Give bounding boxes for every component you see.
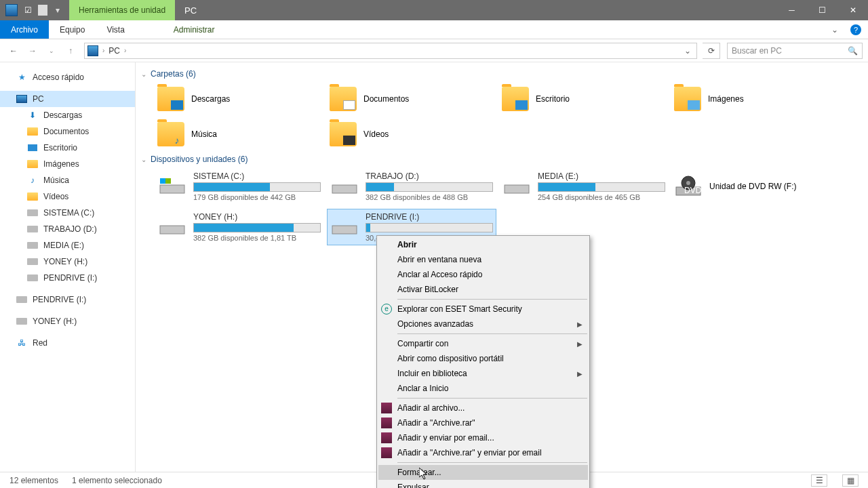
folder-icon — [330, 122, 357, 146]
folder-images[interactable]: Imágenes — [671, 83, 841, 115]
tab-view[interactable]: Vista — [96, 20, 135, 39]
sidebar-drive-trabajo[interactable]: TRABAJO (D:) — [0, 221, 135, 237]
section-drives-header[interactable]: ⌄ Dispositivos y unidades (6) — [141, 150, 863, 168]
section-folders-header[interactable]: ⌄ Carpetas (6) — [141, 65, 863, 83]
view-details-button[interactable]: ☰ — [811, 474, 827, 487]
document-icon — [27, 126, 38, 137]
ribbon-collapse-icon[interactable]: ⌄ — [826, 20, 844, 39]
ctx-format[interactable]: Formatear... — [378, 465, 588, 480]
tab-file[interactable]: Archivo — [0, 20, 49, 39]
ctx-bitlocker[interactable]: Activar BitLocker — [378, 282, 588, 297]
drive-icon — [27, 240, 38, 251]
close-button[interactable]: ✕ — [837, 0, 868, 20]
drive-icon — [16, 294, 27, 305]
folder-icon — [502, 87, 529, 111]
help-icon[interactable]: ? — [844, 20, 868, 39]
ctx-open-new-window[interactable]: Abrir en ventana nueva — [378, 252, 588, 267]
ctx-advanced-options[interactable]: Opciones avanzadas▶ — [378, 317, 588, 331]
drive-icon — [27, 256, 38, 267]
nav-recent-dropdown[interactable]: ⌄ — [43, 43, 60, 59]
drive-tools-tab[interactable]: Herramientas de unidad — [69, 0, 175, 20]
ctx-open-portable[interactable]: Abrir como dispositivo portátil — [378, 351, 588, 366]
drive-dvd[interactable]: DVD Unidad de DVD RW (F:) — [671, 168, 841, 205]
ctx-eject[interactable]: Expulsar — [378, 480, 588, 488]
folder-downloads[interactable]: Descargas — [155, 83, 324, 115]
drive-hdd-icon — [158, 171, 186, 200]
drive-media[interactable]: MEDIA (E:)254 GB disponibles de 465 GB — [499, 168, 669, 205]
svg-rect-4 — [505, 185, 529, 193]
qat-properties-icon[interactable]: ☑ — [22, 4, 34, 16]
view-icons-button[interactable]: ▦ — [842, 474, 859, 487]
sidebar-music[interactable]: ♪Música — [0, 172, 135, 188]
ctx-share-with[interactable]: Compartir con▶ — [378, 336, 588, 351]
ctx-separator — [397, 333, 587, 334]
drive-hdd-icon — [158, 212, 186, 241]
sidebar-drive-media[interactable]: MEDIA (E:) — [0, 237, 135, 253]
maximize-button[interactable]: ☐ — [807, 0, 837, 20]
navigation-bar: ← → ⌄ ↑ › PC › ⌄ ⟳ Buscar en PC 🔍 — [0, 39, 868, 62]
ctx-add-email[interactable]: Añadir y enviar por email... — [378, 430, 588, 445]
context-menu: Abrir Abrir en ventana nueva Anclar al A… — [376, 235, 590, 488]
chevron-down-icon: ⌄ — [141, 70, 146, 78]
drive-icon — [27, 224, 38, 235]
dvd-label: Unidad de DVD RW (F:) — [709, 182, 796, 191]
eset-icon: e — [381, 304, 392, 314]
sidebar-drive-pendrive[interactable]: PENDRIVE (I:) — [0, 270, 135, 286]
ribbon-tabs: Archivo Equipo Vista Administrar ⌄ ? — [0, 20, 868, 39]
sidebar-desktop[interactable]: Escritorio — [0, 140, 135, 156]
network-icon: 🖧 — [16, 338, 27, 348]
music-icon: ♪ — [27, 175, 38, 186]
folder-icon: ♪ — [157, 122, 184, 146]
folder-music[interactable]: ♪Música — [155, 118, 324, 150]
qat-dropdown-icon[interactable]: ▾ — [52, 4, 64, 16]
sidebar-pc[interactable]: PC — [0, 91, 135, 107]
tab-manage[interactable]: Administrar — [163, 20, 226, 39]
sidebar-network[interactable]: 🖧Red — [0, 335, 135, 351]
folder-documents[interactable]: Documentos — [327, 83, 496, 115]
drive-sistema[interactable]: SISTEMA (C:)179 GB disponibles de 442 GB — [155, 168, 324, 205]
star-icon: ★ — [16, 72, 27, 83]
sidebar-videos[interactable]: Vídeos — [0, 188, 135, 205]
nav-up-button[interactable]: ↑ — [62, 43, 79, 59]
ctx-pin-start[interactable]: Anclar a Inicio — [378, 381, 588, 396]
breadcrumb-sep-icon[interactable]: › — [102, 47, 104, 54]
winrar-icon — [381, 432, 392, 443]
chevron-down-icon: ⌄ — [141, 156, 146, 163]
tab-equipment[interactable]: Equipo — [49, 20, 96, 39]
breadcrumb-location[interactable]: PC — [108, 46, 120, 56]
address-dropdown-icon[interactable]: ⌄ — [682, 46, 694, 56]
sidebar-downloads[interactable]: ⬇Descargas — [0, 107, 135, 123]
submenu-arrow-icon: ▶ — [577, 370, 583, 378]
ctx-open[interactable]: Abrir — [378, 237, 588, 252]
ctx-separator — [397, 299, 587, 300]
address-bar[interactable]: › PC › ⌄ — [84, 43, 697, 59]
drive-yoney[interactable]: YONEY (H:)382 GB disponibles de 1,81 TB — [155, 209, 324, 245]
sidebar-ext-pendrive[interactable]: PENDRIVE (I:) — [0, 291, 135, 308]
minimize-button[interactable]: ─ — [776, 0, 807, 20]
ctx-eset-scan[interactable]: eExplorar con ESET Smart Security — [378, 302, 588, 317]
drive-icon — [16, 316, 27, 327]
folder-videos[interactable]: Vídeos — [327, 118, 496, 150]
ctx-add-rar[interactable]: Añadir a "Archive.rar" — [378, 415, 588, 430]
drive-trabajo[interactable]: TRABAJO (D:)382 GB disponibles de 488 GB — [327, 168, 496, 205]
refresh-button[interactable]: ⟳ — [703, 43, 720, 59]
ctx-pin-quick-access[interactable]: Anclar al Acceso rápido — [378, 267, 588, 282]
svg-rect-9 — [160, 226, 184, 234]
sidebar-drive-sistema[interactable]: SISTEMA (C:) — [0, 205, 135, 221]
desktop-icon — [27, 142, 38, 153]
ctx-include-library[interactable]: Incluir en biblioteca▶ — [378, 366, 588, 381]
sidebar-documents[interactable]: Documentos — [0, 123, 135, 140]
folder-icon — [674, 87, 701, 111]
folder-desktop[interactable]: Escritorio — [499, 83, 669, 115]
nav-back-button[interactable]: ← — [5, 43, 22, 59]
sidebar-drive-yoney[interactable]: YONEY (H:) — [0, 253, 135, 270]
sidebar-ext-yoney[interactable]: YONEY (H:) — [0, 313, 135, 329]
ctx-add-archive[interactable]: Añadir al archivo... — [378, 401, 588, 415]
qat-newfolder-icon[interactable] — [38, 5, 47, 16]
nav-forward-button[interactable]: → — [24, 43, 41, 59]
ctx-add-rar-email[interactable]: Añadir a "Archive.rar" y enviar por emai… — [378, 445, 588, 460]
breadcrumb-sep-icon[interactable]: › — [124, 47, 126, 54]
search-input[interactable]: Buscar en PC 🔍 — [727, 43, 863, 59]
sidebar-images[interactable]: Imágenes — [0, 156, 135, 172]
sidebar-quick-access[interactable]: ★Acceso rápido — [0, 69, 135, 85]
